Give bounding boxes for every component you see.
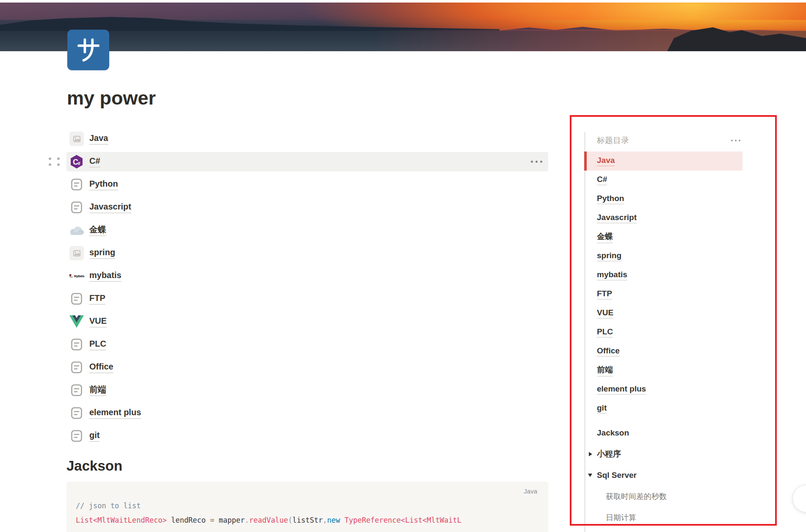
document-icon [69, 428, 84, 444]
drag-handle-icon[interactable] [49, 157, 60, 166]
link-row-office[interactable]: Office [66, 358, 548, 377]
document-icon [69, 291, 84, 306]
toc-item-miniprogram[interactable]: 小程序 [571, 444, 764, 465]
link-row-kingdee[interactable]: 金蝶 [66, 221, 548, 240]
document-icon [69, 405, 84, 421]
image-placeholder-icon [69, 245, 84, 261]
page-title: my power [67, 87, 156, 109]
link-row-javascript[interactable]: Javascript [66, 198, 548, 217]
link-row-mybatis[interactable]: MyBatis mybatis [66, 266, 548, 286]
toc-item-office[interactable]: Office [571, 342, 764, 361]
toc-item-csharp[interactable]: C# [571, 171, 764, 190]
toc-item-javascript[interactable]: Javascript [571, 209, 764, 228]
toc-list: Java C# Python Javascript 金蝶 spring myba… [571, 152, 764, 528]
page-link[interactable]: PLC [89, 339, 106, 350]
katakana-sa-icon [73, 35, 104, 65]
link-row-java[interactable]: Java [66, 129, 548, 149]
toc-item-plc[interactable]: PLC [571, 323, 764, 342]
document-icon [69, 337, 84, 352]
page-link[interactable]: git [89, 430, 99, 442]
expand-arrow-icon[interactable] [588, 474, 592, 477]
code-line-1: // json to list [76, 499, 541, 513]
mybatis-wordmark: MyBatis [74, 275, 85, 278]
row-more-menu-icon[interactable] [531, 161, 542, 163]
page-link[interactable]: element plus [89, 407, 141, 419]
link-row-frontend[interactable]: 前端 [66, 380, 548, 400]
link-row-spring[interactable]: spring [66, 243, 548, 263]
link-row-csharp[interactable]: C # C# [66, 152, 548, 171]
cloud-icon [69, 223, 84, 238]
page-link[interactable]: C# [89, 156, 100, 168]
link-row-element-plus[interactable]: element plus [66, 403, 548, 423]
toc-item-java[interactable]: Java [587, 152, 743, 171]
code-content: // json to list List<MltWaitLendReco> le… [76, 499, 541, 527]
code-block[interactable]: Java // json to list List<MltWaitLendRec… [66, 482, 548, 532]
toc-panel: 标题目录 Java C# Python Javascript 金蝶 spring… [571, 117, 764, 528]
page-link-list: Java C # C# Python Javascr [66, 129, 548, 449]
vue-icon [69, 314, 84, 329]
toc-item-date-calc[interactable]: 日期计算 [571, 507, 764, 528]
page-link[interactable]: 前端 [89, 384, 106, 396]
mybatis-icon: MyBatis [69, 268, 84, 284]
csharp-icon: C # [69, 154, 84, 169]
page-link[interactable]: 金蝶 [89, 224, 106, 236]
page-link[interactable]: spring [89, 247, 115, 259]
toc-item-python[interactable]: Python [571, 190, 764, 209]
toc-active-indicator [584, 152, 587, 171]
image-placeholder-icon [69, 131, 84, 146]
toc-item-spring[interactable]: spring [571, 247, 764, 266]
link-row-plc[interactable]: PLC [66, 335, 548, 354]
document-icon [69, 200, 84, 215]
page-link[interactable]: Python [89, 179, 118, 190]
document-icon [69, 360, 84, 375]
link-row-git[interactable]: git [66, 426, 548, 446]
page: my power Java C # C# Pyt [0, 0, 806, 532]
toc-more-menu-icon[interactable] [731, 140, 740, 141]
svg-text:#: # [78, 161, 80, 166]
toc-item-vue[interactable]: VUE [571, 304, 764, 323]
cover-image[interactable] [0, 3, 806, 51]
link-row-ftp[interactable]: FTP [66, 289, 548, 309]
toc-item-kingdee[interactable]: 金蝶 [571, 228, 764, 247]
toc-item-ftp[interactable]: FTP [571, 285, 764, 304]
link-row-python[interactable]: Python [66, 175, 548, 194]
toc-title: 标题目录 [597, 135, 629, 146]
toc-item-time-diff-seconds[interactable]: 获取时间差的秒数 [571, 486, 764, 507]
page-link[interactable]: Javascript [89, 201, 131, 213]
toc-item-element-plus[interactable]: element plus [571, 380, 764, 399]
page-link[interactable]: Office [89, 361, 113, 373]
page-icon[interactable] [67, 30, 109, 70]
page-link[interactable]: VUE [89, 316, 107, 328]
toc-header: 标题目录 [571, 132, 764, 149]
collapse-arrow-icon[interactable] [589, 452, 592, 456]
toc-item-jackson[interactable]: Jackson [571, 422, 764, 444]
toc-item-sql-server[interactable]: Sql Server [571, 465, 764, 486]
page-link[interactable]: FTP [89, 293, 105, 305]
document-icon [69, 177, 84, 192]
page-link[interactable]: Java [89, 133, 108, 145]
toc-item-mybatis[interactable]: mybatis [571, 266, 764, 285]
toc-spacer [571, 418, 764, 422]
toc-item-frontend[interactable]: 前端 [571, 361, 764, 380]
page-link[interactable]: mybatis [89, 270, 121, 282]
toc-item-git[interactable]: git [571, 399, 764, 418]
document-icon [69, 383, 84, 398]
code-language-label[interactable]: Java [524, 488, 537, 495]
floating-button[interactable] [792, 485, 806, 513]
section-heading-jackson: Jackson [66, 458, 122, 474]
code-line-2: List<MltWaitLendReco> lendReco = mapper.… [76, 513, 541, 527]
link-row-vue[interactable]: VUE [66, 312, 548, 331]
